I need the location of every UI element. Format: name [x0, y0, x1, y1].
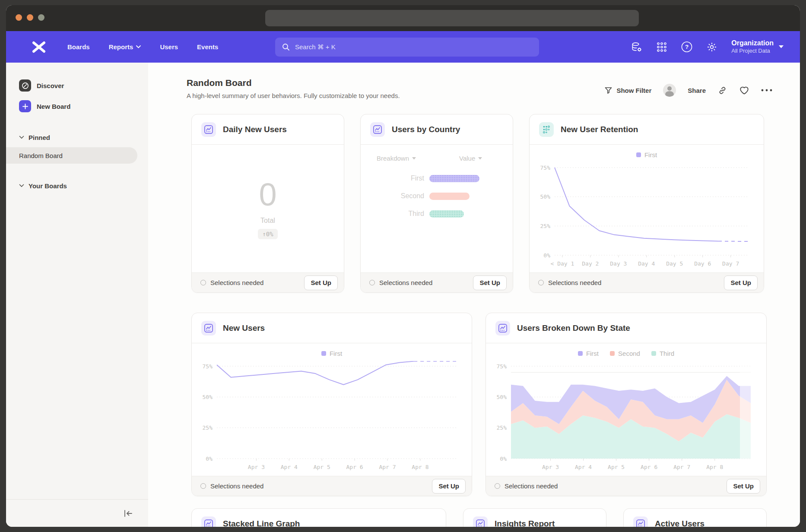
svg-text:Apr 5: Apr 5: [314, 464, 330, 470]
status-circle-icon: [538, 280, 544, 285]
nav-item-label: Reports: [109, 43, 133, 51]
bar-label: Third: [361, 210, 429, 218]
window-close-button[interactable]: [16, 14, 22, 21]
more-options-button[interactable]: [761, 89, 772, 92]
svg-text:Apr 8: Apr 8: [412, 464, 428, 470]
top-nav: Boards Reports Users Events Search ⌘ + K: [6, 31, 800, 63]
filter-funnel-icon: [604, 86, 612, 95]
help-icon[interactable]: ?: [681, 41, 692, 53]
legend-swatch: [578, 351, 583, 356]
sidebar-section-pinned[interactable]: Pinned: [6, 133, 148, 142]
nav-item-label: Events: [197, 43, 218, 51]
set-up-button[interactable]: Set Up: [727, 479, 760, 494]
nav-item-events[interactable]: Events: [197, 43, 218, 51]
card-daily-new-users[interactable]: Daily New Users 0 Total ↑0% Selections n…: [191, 114, 344, 293]
ellipsis-icon: [761, 89, 772, 92]
settings-gear-icon[interactable]: [706, 41, 717, 53]
nav-item-boards[interactable]: Boards: [67, 43, 90, 51]
insights-chart-icon: [201, 122, 216, 137]
metric-label: Total: [260, 217, 275, 225]
search-input[interactable]: Search ⌘ + K: [275, 38, 539, 57]
show-filter-label: Show Filter: [616, 87, 651, 94]
address-bar[interactable]: [265, 10, 639, 26]
org-switcher[interactable]: Organization All Project Data: [731, 39, 784, 54]
search-icon: [282, 43, 290, 51]
svg-text:0%: 0%: [500, 456, 507, 462]
section-label: Pinned: [29, 134, 50, 141]
status-text: Selections needed: [379, 279, 432, 286]
set-up-button[interactable]: Set Up: [304, 276, 338, 290]
bar-third: [429, 210, 464, 218]
traffic-lights: [16, 14, 44, 21]
collapse-sidebar-icon[interactable]: [123, 509, 133, 518]
country-bar-row: Third: [361, 209, 513, 219]
sidebar-footer: [6, 499, 148, 527]
nav-item-reports[interactable]: Reports: [109, 43, 141, 51]
chevron-down-icon: [136, 45, 141, 48]
card-insights-report[interactable]: Insights Report: [463, 508, 606, 527]
country-bar-row: Second: [361, 191, 513, 201]
share-button[interactable]: Share: [688, 87, 706, 94]
svg-text:25%: 25%: [497, 424, 507, 431]
sidebar-item-new-board[interactable]: New Board: [6, 100, 148, 113]
chart-legend: First: [530, 151, 764, 158]
svg-text:Day 2: Day 2: [582, 260, 599, 267]
nav-item-label: Users: [160, 43, 178, 51]
svg-text:Apr 4: Apr 4: [281, 464, 298, 470]
svg-text:Apr 7: Apr 7: [379, 464, 396, 470]
value-dropdown[interactable]: Value: [459, 155, 482, 162]
sidebar-item-discover[interactable]: Discover: [6, 79, 148, 92]
show-filter-button[interactable]: Show Filter: [604, 86, 651, 95]
sidebar-section-your-boards[interactable]: Your Boards: [6, 181, 148, 190]
chart-legend: First: [192, 350, 472, 357]
legend-swatch: [610, 351, 615, 356]
dropdown-label: Value: [459, 155, 475, 162]
chevron-down-icon: [19, 136, 24, 139]
chevron-down-icon: [19, 184, 24, 187]
card-users-by-state[interactable]: Users Broken Down By State First Second …: [486, 313, 767, 496]
insights-chart-icon: [633, 516, 648, 527]
state-stacked-area-chart: 75%50%25%0%Apr 3Apr 4Apr 5Apr 6Apr 7Apr …: [486, 361, 766, 476]
card-active-users[interactable]: Active Users: [623, 508, 767, 527]
nav-item-label: Boards: [67, 43, 90, 51]
chevron-down-icon: [779, 45, 784, 48]
card-stacked-line-graph[interactable]: Stacked Line Graph: [191, 508, 446, 527]
copy-link-button[interactable]: [717, 86, 727, 95]
chevron-down-icon: [478, 157, 482, 160]
card-new-user-retention[interactable]: New User Retention First 75%50%25%0%< Da…: [529, 114, 764, 293]
svg-text:50%: 50%: [203, 394, 213, 400]
bar-second: [429, 193, 470, 200]
search-placeholder: Search ⌘ + K: [295, 43, 336, 51]
data-management-icon[interactable]: [631, 41, 642, 53]
insights-chart-icon: [495, 321, 510, 336]
status-circle-icon: [200, 280, 206, 285]
svg-text:Apr 3: Apr 3: [248, 464, 265, 470]
svg-text:Day 5: Day 5: [666, 260, 683, 267]
sidebar-item-random-board[interactable]: Random Board: [6, 147, 137, 164]
svg-text:75%: 75%: [203, 363, 213, 370]
retention-line-chart: 75%50%25%0%< Day 1Day 2Day 3Day 4Day 5Da…: [530, 162, 764, 272]
nav-item-users[interactable]: Users: [160, 43, 178, 51]
card-title: Daily New Users: [223, 125, 287, 134]
window-minimize-button[interactable]: [27, 14, 33, 21]
card-new-users[interactable]: New Users First 75%50%25%0%Apr 3Apr 4Apr…: [191, 313, 472, 496]
svg-text:Apr 7: Apr 7: [673, 464, 690, 470]
country-bar-row: First: [361, 173, 513, 184]
set-up-button[interactable]: Set Up: [432, 479, 466, 494]
breakdown-dropdown[interactable]: Breakdown: [377, 155, 416, 162]
apps-grid-icon[interactable]: [656, 41, 667, 53]
heart-icon: [739, 86, 749, 95]
avatar[interactable]: [663, 84, 676, 97]
sidebar-item-label: Random Board: [19, 152, 63, 159]
delta-badge: ↑0%: [258, 229, 277, 239]
card-users-by-country[interactable]: Users by Country Breakdown Value: [360, 114, 513, 293]
set-up-button[interactable]: Set Up: [724, 276, 758, 290]
svg-text:< Day 1: < Day 1: [551, 260, 574, 267]
set-up-button[interactable]: Set Up: [473, 276, 507, 290]
card-title: New User Retention: [561, 125, 638, 134]
org-project: All Project Data: [731, 48, 774, 54]
window-zoom-button[interactable]: [38, 14, 44, 21]
favorite-button[interactable]: [739, 86, 749, 95]
mixpanel-logo-icon[interactable]: [31, 41, 47, 54]
legend-swatch: [321, 351, 326, 356]
